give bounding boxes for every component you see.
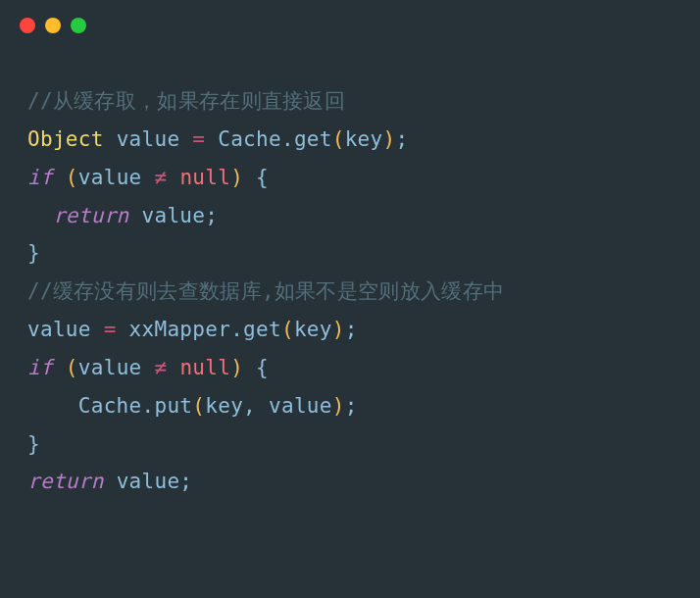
token-punct-round: ( bbox=[66, 166, 78, 189]
indent bbox=[27, 394, 78, 418]
token-comment: //从缓存取，如果存在则直接返回 bbox=[27, 89, 345, 113]
token-punct: ; bbox=[179, 470, 192, 493]
token-identifier: xxMapper bbox=[129, 318, 231, 341]
token-operator: ≠ bbox=[154, 166, 167, 189]
code-line: } bbox=[27, 425, 673, 464]
token-method: get bbox=[243, 318, 281, 341]
token-punct: { bbox=[256, 166, 269, 189]
token-punct-round: ) bbox=[230, 356, 243, 379]
token-operator: = bbox=[192, 127, 205, 151]
token-plain bbox=[142, 166, 155, 189]
token-plain bbox=[179, 127, 192, 151]
code-line: Cache.put(key, value); bbox=[27, 387, 673, 425]
token-punct: ; bbox=[345, 394, 358, 418]
code-line: if (value ≠ null) { bbox=[27, 349, 673, 387]
token-plain bbox=[53, 166, 66, 189]
token-identifier: Cache bbox=[78, 394, 142, 418]
titlebar bbox=[0, 0, 700, 43]
token-keyword: if bbox=[27, 166, 53, 189]
token-punct-round: ) bbox=[230, 166, 243, 189]
token-punct-round: ( bbox=[192, 394, 205, 418]
token-punct: , bbox=[243, 394, 256, 418]
token-plain bbox=[129, 204, 142, 227]
code-line: if (value ≠ null) { bbox=[27, 159, 673, 197]
token-method: put bbox=[154, 394, 192, 418]
token-identifier: value bbox=[117, 470, 180, 493]
token-comment: //缓存没有则去查数据库,如果不是空则放入缓存中 bbox=[27, 279, 504, 303]
token-punct: ; bbox=[205, 204, 218, 227]
token-type: Object bbox=[27, 127, 104, 151]
token-plain bbox=[117, 318, 129, 341]
code-line: Object value = Cache.get(key); bbox=[27, 121, 673, 159]
token-punct: { bbox=[256, 356, 269, 379]
code-window: //从缓存取，如果存在则直接返回Object value = Cache.get… bbox=[0, 0, 700, 598]
token-punct: . bbox=[142, 394, 155, 418]
token-plain bbox=[256, 394, 269, 418]
token-plain bbox=[243, 356, 256, 379]
minimize-icon[interactable] bbox=[45, 18, 61, 33]
code-line: //从缓存取，如果存在则直接返回 bbox=[27, 82, 673, 121]
token-punct: ; bbox=[395, 127, 408, 151]
token-identifier: key bbox=[294, 318, 332, 341]
token-punct-round: ) bbox=[383, 127, 396, 151]
token-plain bbox=[142, 356, 155, 379]
token-identifier: value bbox=[117, 127, 180, 151]
code-line: return value; bbox=[27, 197, 673, 235]
token-plain bbox=[205, 127, 218, 151]
token-operator: ≠ bbox=[154, 356, 167, 379]
code-line: value = xxMapper.get(key); bbox=[27, 311, 673, 349]
token-keyword: return bbox=[27, 470, 104, 493]
token-punct: . bbox=[281, 127, 294, 151]
token-identifier: key bbox=[345, 127, 383, 151]
token-punct-round: ( bbox=[66, 356, 78, 379]
token-punct-round: ( bbox=[332, 127, 345, 151]
token-identifier: value bbox=[78, 356, 142, 379]
token-punct: } bbox=[27, 432, 40, 456]
token-plain bbox=[167, 356, 179, 379]
token-identifier: key bbox=[205, 394, 243, 418]
token-identifier: value bbox=[269, 394, 332, 418]
token-plain bbox=[104, 470, 117, 493]
token-plain bbox=[167, 166, 179, 189]
token-punct: . bbox=[230, 318, 243, 341]
token-plain bbox=[243, 166, 256, 189]
code-block: //从缓存取，如果存在则直接返回Object value = Cache.get… bbox=[0, 43, 700, 521]
token-operator: = bbox=[104, 318, 117, 341]
token-punct-round: ) bbox=[332, 318, 345, 341]
code-line: //缓存没有则去查数据库,如果不是空则放入缓存中 bbox=[27, 273, 673, 311]
close-icon[interactable] bbox=[20, 18, 35, 33]
token-null-lit: null bbox=[179, 356, 230, 379]
maximize-icon[interactable] bbox=[71, 18, 86, 33]
token-punct-round: ) bbox=[332, 394, 345, 418]
token-plain bbox=[53, 356, 66, 379]
token-plain bbox=[104, 127, 117, 151]
token-null-lit: null bbox=[179, 166, 230, 189]
token-identifier: value bbox=[78, 166, 142, 189]
code-line: return value; bbox=[27, 463, 673, 501]
code-line: } bbox=[27, 234, 673, 273]
token-plain bbox=[91, 318, 104, 341]
token-identifier: Cache bbox=[218, 127, 281, 151]
token-identifier: value bbox=[27, 318, 91, 341]
token-keyword: return bbox=[53, 204, 129, 227]
token-method: get bbox=[294, 127, 332, 151]
token-punct-round: ( bbox=[281, 318, 294, 341]
token-identifier: value bbox=[142, 204, 206, 227]
token-punct: ; bbox=[345, 318, 358, 341]
token-punct: } bbox=[27, 241, 40, 265]
token-keyword: if bbox=[27, 356, 53, 379]
indent bbox=[27, 204, 53, 227]
